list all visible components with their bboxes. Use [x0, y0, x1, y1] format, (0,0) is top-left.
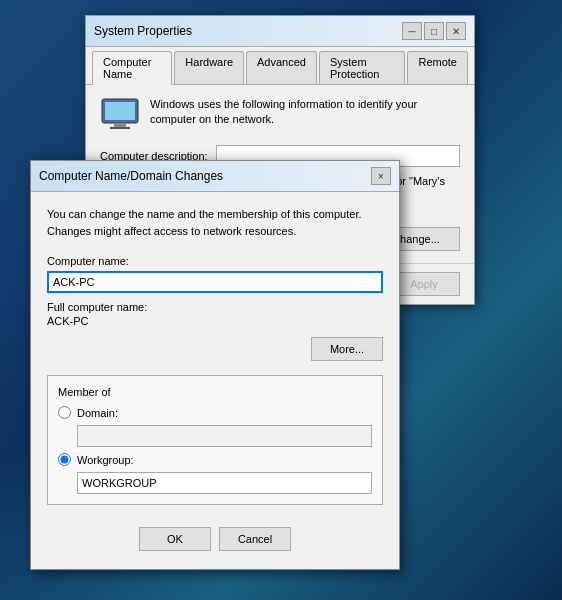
- workgroup-label: Workgroup:: [77, 454, 134, 466]
- computer-name-input[interactable]: [47, 271, 383, 293]
- domain-changes-body: You can change the name and the membersh…: [31, 192, 399, 569]
- info-text: Windows uses the following information t…: [150, 97, 460, 128]
- domain-ok-button[interactable]: OK: [139, 527, 211, 551]
- workgroup-input[interactable]: [77, 472, 372, 494]
- more-button[interactable]: More...: [311, 337, 383, 361]
- tab-remote[interactable]: Remote: [407, 51, 468, 84]
- system-properties-title-bar: System Properties ─ □ ✕: [86, 16, 474, 47]
- full-computer-name-value: ACK-PC: [47, 315, 383, 327]
- domain-changes-title: Computer Name/Domain Changes: [39, 169, 223, 183]
- member-of-title: Member of: [58, 386, 372, 398]
- minimize-button[interactable]: ─: [402, 22, 422, 40]
- tabs-bar: Computer Name Hardware Advanced System P…: [86, 47, 474, 85]
- svg-rect-2: [114, 123, 126, 127]
- workgroup-radio-row: Workgroup:: [58, 453, 372, 466]
- domain-radio-row: Domain:: [58, 406, 372, 419]
- domain-cancel-button[interactable]: Cancel: [219, 527, 291, 551]
- tab-hardware[interactable]: Hardware: [174, 51, 244, 84]
- domain-close-button[interactable]: ×: [371, 167, 391, 185]
- member-of-section: Member of Domain: Workgroup:: [47, 375, 383, 505]
- maximize-button[interactable]: □: [424, 22, 444, 40]
- svg-rect-1: [105, 102, 135, 120]
- domain-label: Domain:: [77, 407, 118, 419]
- info-section: Windows uses the following information t…: [100, 97, 460, 133]
- system-properties-title: System Properties: [94, 24, 192, 38]
- full-computer-name-label: Full computer name:: [47, 301, 383, 313]
- more-btn-row: More...: [47, 337, 383, 361]
- domain-changes-dialog: Computer Name/Domain Changes × You can c…: [30, 160, 400, 570]
- domain-title-bar: Computer Name/Domain Changes ×: [31, 161, 399, 192]
- ok-cancel-row: OK Cancel: [47, 519, 383, 555]
- close-button[interactable]: ✕: [446, 22, 466, 40]
- domain-radio[interactable]: [58, 406, 71, 419]
- tab-computer-name[interactable]: Computer Name: [92, 51, 172, 85]
- computer-icon: [100, 97, 140, 133]
- domain-input[interactable]: [77, 425, 372, 447]
- tab-system-protection[interactable]: System Protection: [319, 51, 406, 84]
- tab-advanced[interactable]: Advanced: [246, 51, 317, 84]
- title-bar-buttons: ─ □ ✕: [402, 22, 466, 40]
- computer-name-label: Computer name:: [47, 255, 383, 267]
- svg-rect-3: [110, 127, 130, 129]
- description-text: You can change the name and the membersh…: [47, 206, 383, 239]
- workgroup-radio[interactable]: [58, 453, 71, 466]
